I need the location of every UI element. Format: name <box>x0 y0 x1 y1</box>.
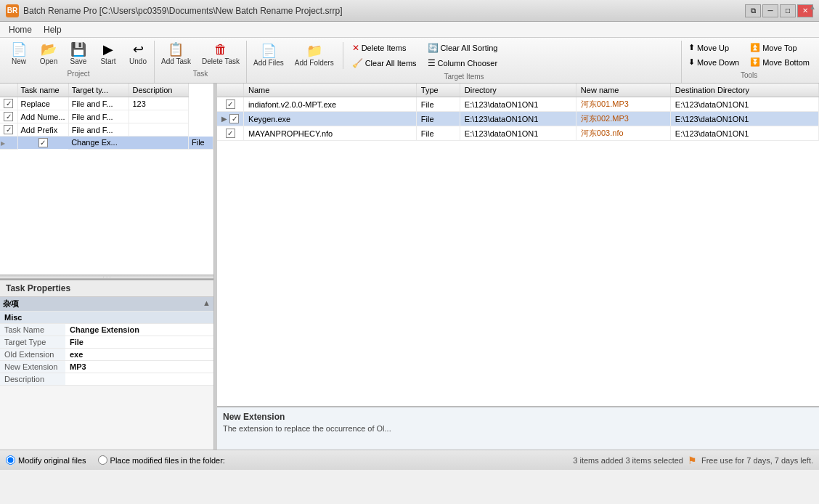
maximize-btn[interactable]: □ <box>780 4 796 17</box>
props-table: 杂项 ▲ Misc Task Name Change Extension <box>0 297 213 386</box>
start-icon: ▶ <box>103 43 113 56</box>
target-table-header: Name Type Directory New name Destination… <box>217 84 819 97</box>
clear-all-items-button[interactable]: 🧹 Clear All Items <box>347 56 422 70</box>
prop-key: Old Extension <box>0 349 65 361</box>
prop-value: MP3 <box>65 361 213 373</box>
prop-key: Description <box>0 373 65 386</box>
list-item: Description <box>0 373 213 386</box>
table-row[interactable]: Add Prefix File and F... <box>0 123 213 137</box>
task-checkbox[interactable] <box>4 99 13 108</box>
table-row[interactable]: Replace File and F... 123 <box>0 97 213 110</box>
task-checkbox[interactable] <box>4 112 13 121</box>
target-checkbox[interactable] <box>226 99 235 109</box>
start-button[interactable]: ▶ Start <box>94 41 123 68</box>
prop-key: Target Type <box>0 336 65 349</box>
sorting-pair: 🔄 Clear All Sorting ☰ Column Chooser <box>423 41 503 70</box>
delete-task-button[interactable]: 🗑 Delete Task <box>197 41 245 68</box>
task-checkbox[interactable] <box>4 125 13 134</box>
clear-all-sorting-button[interactable]: 🔄 Clear All Sorting <box>423 41 503 55</box>
prop-value: exe <box>65 349 213 361</box>
table-row[interactable]: ▶ Keygen.exe File E:\123\dataON1ON1 河东00… <box>217 112 819 126</box>
col-directory: Directory <box>460 84 576 97</box>
prop-value: Change Extension <box>65 324 213 336</box>
project-buttons: 📄 New 📂 Open 💾 Save ▶ Start ↩ Undo <box>4 41 152 69</box>
target-checkbox[interactable] <box>229 114 239 123</box>
save-icon: 💾 <box>70 43 86 56</box>
title-bar-text: Batch Rename Pro [C:\Users\pc0359\Docume… <box>23 6 343 16</box>
toolbar-section-project: 📄 New 📂 Open 💾 Save ▶ Start ↩ Undo Proje… <box>3 41 155 83</box>
file-dir-cell: E:\123\dataON1ON1 <box>460 126 576 141</box>
items-count: 3 items added 3 items selected <box>573 456 683 465</box>
col-target-type: Target ty... <box>68 84 129 97</box>
open-button[interactable]: 📂 Open <box>34 41 63 68</box>
target-buttons: 📄 Add Files 📁 Add Folders ✕ Delete Items… <box>248 41 680 72</box>
move-up-button[interactable]: ⬆ Move Up <box>683 41 744 54</box>
section-label-task: Task <box>156 69 245 80</box>
save-button[interactable]: 💾 Save <box>64 41 93 68</box>
move-down-icon: ⬇ <box>688 57 695 67</box>
list-item: New Extension MP3 <box>0 361 213 373</box>
delete-items-icon: ✕ <box>352 43 359 53</box>
section-label-tools: Tools <box>683 70 815 81</box>
radio-modify-input[interactable] <box>6 455 15 465</box>
menu-help[interactable]: Help <box>38 23 68 36</box>
new-name-cell: 河东001.MP3 <box>576 97 670 112</box>
col-description: Description <box>129 84 189 97</box>
scroll-up-icon[interactable]: ▲ <box>809 3 816 11</box>
task-desc-cell <box>129 110 189 123</box>
restore-btn[interactable]: ⧉ <box>745 4 761 17</box>
menu-bar: Home Help <box>0 22 819 38</box>
col-newname: New name <box>576 84 670 97</box>
title-bar: BR Batch Rename Pro [C:\Users\pc0359\Doc… <box>0 0 819 22</box>
list-item: Task Name Change Extension <box>0 324 213 336</box>
col-destdir: Destination Directory <box>670 84 818 97</box>
task-props-title: Task Properties <box>0 280 213 297</box>
add-folders-icon: 📁 <box>306 44 322 57</box>
table-row[interactable]: indiafont.v2.0.0-MPT.exe File E:\123\dat… <box>217 97 819 112</box>
helper-text: The extension to replace the occurrence … <box>223 424 813 433</box>
file-type-cell: File <box>416 112 460 126</box>
prop-key: Task Name <box>0 324 65 336</box>
file-name-cell: MAYANPROPHECY.nfo <box>244 126 417 141</box>
column-chooser-button[interactable]: ☰ Column Chooser <box>423 56 503 70</box>
radio-place: Place modified files in the folder: <box>98 455 225 465</box>
list-item: Target Type File <box>0 336 213 349</box>
toolbar-section-tools: ⬆ Move Up ⬇ Move Down ⏫ Move Top ⏬ Move … <box>682 41 816 83</box>
props-group-row: 杂项 ▲ <box>0 297 213 312</box>
toolbar-section-target: 📄 Add Files 📁 Add Folders ✕ Delete Items… <box>247 41 682 83</box>
delete-items-button[interactable]: ✕ Delete Items <box>347 41 422 55</box>
minimize-btn[interactable]: ─ <box>762 4 778 17</box>
add-files-button[interactable]: 📄 Add Files <box>248 42 289 69</box>
move-top-button[interactable]: ⏫ Move Top <box>745 41 815 54</box>
undo-button[interactable]: ↩ Undo <box>123 41 152 68</box>
prop-value <box>65 373 213 386</box>
menu-home[interactable]: Home <box>3 23 38 36</box>
flag-icon: ⚑ <box>688 455 697 466</box>
task-desc-cell <box>129 123 189 137</box>
task-table-header: Task name Target ty... Description <box>0 84 213 97</box>
add-folders-button[interactable]: 📁 Add Folders <box>290 42 339 69</box>
dest-dir-cell: E:\123\dataON1ON1 <box>670 112 818 126</box>
add-files-icon: 📄 <box>261 44 277 57</box>
task-list: Task name Target ty... Description Repla… <box>0 84 213 275</box>
radio-place-input[interactable] <box>98 455 107 465</box>
table-row[interactable]: MAYANPROPHECY.nfo File E:\123\dataON1ON1… <box>217 126 819 141</box>
new-icon: 📄 <box>11 43 27 56</box>
file-dir-cell: E:\123\dataON1ON1 <box>460 97 576 112</box>
add-task-button[interactable]: 📋 Add Task <box>156 41 196 68</box>
task-desc-cell: 123 <box>129 97 189 110</box>
title-bar-controls: ⧉ ─ □ ✕ <box>745 4 813 17</box>
new-button[interactable]: 📄 New <box>4 41 33 68</box>
task-checkbox[interactable] <box>38 138 48 147</box>
move-down-button[interactable]: ⬇ Move Down <box>683 55 744 69</box>
target-checkbox[interactable] <box>226 129 235 138</box>
collapse-icon[interactable]: ▲ <box>203 298 211 307</box>
move-bottom-icon: ⏬ <box>750 57 760 67</box>
task-name-cell: Replace <box>17 97 68 110</box>
file-type-cell: File <box>416 126 460 141</box>
open-icon: 📂 <box>41 43 57 56</box>
tools-buttons: ⬆ Move Up ⬇ Move Down ⏫ Move Top ⏬ Move … <box>683 41 815 70</box>
table-row[interactable]: Add Nume... File and F... <box>0 110 213 123</box>
move-bottom-button[interactable]: ⏬ Move Bottom <box>745 55 815 69</box>
table-row[interactable]: ▶ Change Ex... File <box>0 137 213 150</box>
